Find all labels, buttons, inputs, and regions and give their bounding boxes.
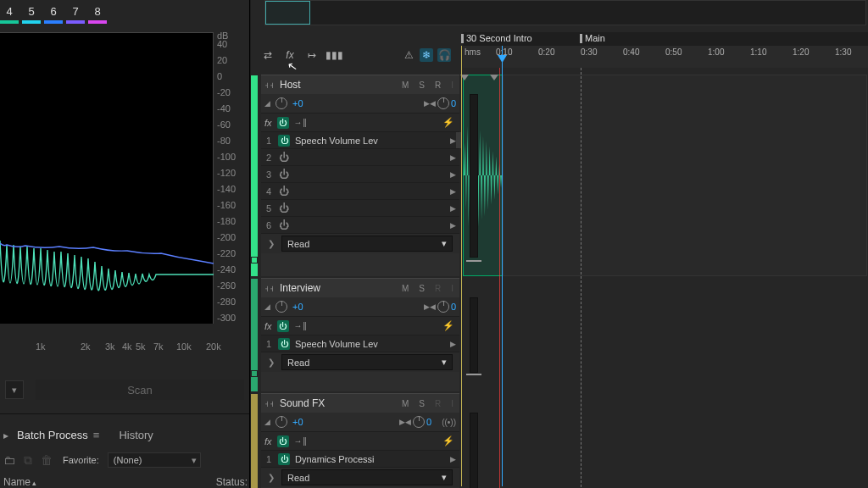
expand-icon[interactable]: ▸ bbox=[3, 430, 12, 441]
folder-icon[interactable]: 🗀 bbox=[3, 453, 15, 467]
volume-knob[interactable] bbox=[275, 416, 287, 428]
slot-1[interactable]: 1 ⏻ Speech Volume Lev ▶ bbox=[261, 131, 459, 148]
input-monitor-button[interactable]: I bbox=[448, 80, 456, 90]
warning-icon[interactable]: ⚠ bbox=[402, 48, 415, 62]
eq-icon[interactable]: ▮▮▮ bbox=[327, 48, 341, 62]
track-color-soundfx[interactable] bbox=[251, 394, 258, 488]
panel-menu-icon[interactable]: ≡ bbox=[93, 429, 99, 441]
marker-intro[interactable]: 30 Second Intro bbox=[463, 32, 532, 45]
fx-bypass-icon[interactable]: ⚡ bbox=[442, 320, 454, 331]
chip-7[interactable]: 7 bbox=[66, 2, 85, 20]
scan-button[interactable]: Scan bbox=[36, 380, 244, 400]
fx-power-button[interactable]: ⏻ bbox=[277, 117, 289, 129]
track-select-interview[interactable] bbox=[251, 370, 258, 377]
track-select-host[interactable] bbox=[251, 257, 258, 263]
track-name[interactable]: Host bbox=[280, 79, 394, 91]
slot-power-on[interactable]: ⏻ bbox=[278, 135, 290, 147]
record-button[interactable]: R bbox=[432, 399, 443, 408]
time-ruler[interactable]: hms 0:10 0:20 0:30 0:40 0:50 1:00 1:10 1… bbox=[463, 46, 868, 68]
slot-6[interactable]: 6⏻▶ bbox=[261, 216, 459, 233]
sort-icon[interactable]: ▴ bbox=[32, 479, 36, 487]
overview-selection[interactable] bbox=[265, 1, 310, 25]
chevron-right-icon[interactable]: ❯ bbox=[268, 239, 275, 248]
volume-knob[interactable] bbox=[275, 301, 287, 313]
marker-main[interactable]: Main bbox=[581, 32, 605, 45]
copy-icon[interactable]: ⧉ bbox=[24, 453, 32, 468]
status-column[interactable]: Status: bbox=[216, 476, 248, 488]
fx-power-button[interactable]: ⏻ bbox=[277, 435, 289, 447]
track-handle-icon[interactable]: ⫞⫞ bbox=[264, 80, 275, 90]
fx-power-button[interactable]: ⏻ bbox=[277, 320, 289, 332]
pan-icon: ▶◀ bbox=[424, 99, 436, 108]
markers-row[interactable]: 30 Second Intro Main bbox=[463, 32, 868, 46]
chip-6[interactable]: 6 bbox=[44, 2, 63, 20]
pan-value[interactable]: 0 bbox=[451, 302, 456, 312]
fader-mark[interactable] bbox=[466, 260, 481, 262]
mute-button[interactable]: M bbox=[399, 80, 411, 90]
in-point-line[interactable] bbox=[461, 46, 462, 486]
automation-mode-select[interactable]: Read▾ bbox=[281, 354, 453, 370]
headphones-icon[interactable]: 🎧 bbox=[437, 48, 451, 62]
track-name[interactable]: Sound FX bbox=[280, 397, 394, 409]
chevron-right-icon[interactable]: ❯ bbox=[268, 358, 275, 367]
mute-button[interactable]: M bbox=[399, 399, 411, 408]
fx-bypass-icon[interactable]: ⚡ bbox=[442, 117, 454, 128]
chevron-right-icon[interactable]: ▶ bbox=[450, 136, 456, 145]
sends-icon[interactable]: ((•)) bbox=[442, 418, 456, 427]
slot-1[interactable]: 1 ⏻ Dynamics Processi ▶ bbox=[261, 450, 459, 467]
favorite-select[interactable]: (None) bbox=[108, 452, 201, 468]
rack-icon[interactable]: →‖ bbox=[294, 436, 307, 446]
chip-4[interactable]: 4 bbox=[0, 2, 19, 20]
track-color-host[interactable] bbox=[251, 75, 258, 276]
solo-button[interactable]: S bbox=[416, 399, 427, 408]
loop-toggle-icon[interactable]: ⇄ bbox=[261, 48, 275, 62]
overview-bar[interactable] bbox=[264, 0, 866, 25]
slot-1[interactable]: 1 ⏻ Speech Volume Lev ▶ bbox=[261, 335, 459, 352]
fader-mark[interactable] bbox=[466, 374, 481, 375]
spectrum-plot[interactable] bbox=[0, 32, 214, 324]
volume-knob[interactable] bbox=[275, 97, 287, 109]
record-button[interactable]: R bbox=[432, 284, 443, 293]
slot-5[interactable]: 5⏻▶ bbox=[261, 199, 459, 216]
snap-icon[interactable]: ❄ bbox=[420, 48, 433, 62]
batch-process-tab[interactable]: Batch Process bbox=[17, 429, 88, 441]
marker-line bbox=[581, 68, 581, 488]
solo-button[interactable]: S bbox=[416, 80, 427, 90]
slot-power-on[interactable]: ⏻ bbox=[278, 338, 290, 350]
volume-value[interactable]: +0 bbox=[292, 302, 303, 312]
pan-value[interactable]: 0 bbox=[426, 417, 431, 427]
automation-mode-select[interactable]: Read▾ bbox=[281, 469, 453, 485]
scan-dropdown[interactable]: ▾ bbox=[5, 380, 24, 399]
fx-bypass-icon[interactable]: ⚡ bbox=[442, 435, 454, 446]
slot-2[interactable]: 2⏻▶ bbox=[261, 148, 459, 165]
pan-knob[interactable] bbox=[437, 97, 449, 109]
rack-icon[interactable]: →‖ bbox=[294, 321, 307, 330]
volume-value[interactable]: +0 bbox=[292, 98, 303, 108]
record-button[interactable]: R bbox=[432, 80, 443, 90]
playhead[interactable] bbox=[502, 46, 503, 486]
mute-button[interactable]: M bbox=[399, 284, 411, 293]
rack-icon[interactable]: →‖ bbox=[294, 118, 307, 127]
slot-power-on[interactable]: ⏻ bbox=[278, 453, 290, 465]
pan-knob[interactable] bbox=[437, 301, 449, 313]
chevron-right-icon[interactable]: ❯ bbox=[268, 473, 275, 482]
chip-8[interactable]: 8 bbox=[88, 2, 107, 20]
name-column[interactable]: Name bbox=[3, 476, 31, 488]
pan-knob[interactable] bbox=[413, 416, 425, 428]
input-monitor-button[interactable]: I bbox=[448, 399, 456, 408]
track-handle-icon[interactable]: ⫞⫞ bbox=[264, 398, 275, 408]
sends-icon[interactable]: ↦ bbox=[305, 48, 319, 62]
pan-value[interactable]: 0 bbox=[451, 98, 456, 108]
history-tab[interactable]: History bbox=[119, 429, 153, 441]
slot-4[interactable]: 4⏻▶ bbox=[261, 182, 459, 199]
trash-icon[interactable]: 🗑 bbox=[41, 453, 53, 467]
solo-button[interactable]: S bbox=[416, 284, 427, 293]
volume-value[interactable]: +0 bbox=[292, 417, 303, 427]
automation-mode-select[interactable]: Read▾ bbox=[281, 236, 453, 252]
chip-5[interactable]: 5 bbox=[22, 2, 41, 20]
track-name[interactable]: Interview bbox=[280, 282, 394, 294]
input-monitor-button[interactable]: I bbox=[448, 284, 456, 293]
track-handle-icon[interactable]: ⫞⫞ bbox=[264, 283, 275, 293]
slot-3[interactable]: 3⏻▶ bbox=[261, 165, 459, 182]
loop-out-icon[interactable] bbox=[490, 75, 498, 80]
